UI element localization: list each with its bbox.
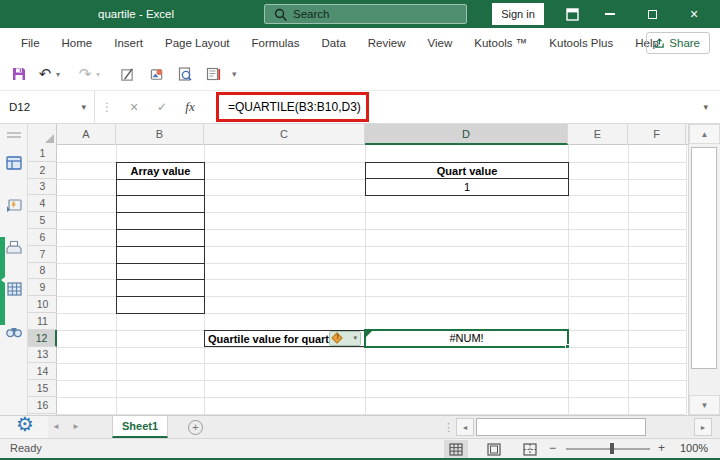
row-header-3[interactable]: 3: [28, 179, 57, 196]
sheet-nav-right-icon[interactable]: ►: [72, 416, 80, 438]
row-header-2[interactable]: 2: [28, 162, 57, 179]
row-header-16[interactable]: 16: [28, 397, 57, 414]
settings-gear-icon[interactable]: ⚙: [16, 413, 34, 436]
error-dropdown-icon[interactable]: ▾: [353, 334, 357, 342]
row-header-15[interactable]: 15: [28, 380, 57, 397]
cell-b8[interactable]: [117, 264, 204, 281]
sign-in-button[interactable]: Sign in: [492, 3, 544, 25]
scroll-up-icon[interactable]: ▲: [689, 124, 720, 144]
row-header-9[interactable]: 9: [28, 279, 57, 296]
select-all-button[interactable]: [28, 124, 57, 145]
workbook-icon[interactable]: [5, 154, 23, 172]
page-layout-view-icon[interactable]: [482, 440, 506, 458]
customize-toolbar-icon[interactable]: ▾: [232, 69, 244, 79]
array-value-table[interactable]: Array value: [116, 162, 205, 314]
scroll-down-icon[interactable]: ▼: [689, 395, 720, 415]
ribbon-display-options-icon[interactable]: [560, 0, 584, 28]
row-header-5[interactable]: 5: [28, 212, 57, 229]
row-header-1[interactable]: 1: [28, 145, 57, 162]
name-box-dropdown-icon[interactable]: ▾: [81, 91, 86, 123]
print-preview-icon[interactable]: [174, 62, 196, 86]
scroll-right-icon[interactable]: ►: [694, 418, 712, 436]
ribbon-tab-view[interactable]: View: [417, 28, 464, 58]
ribbon-tab-data[interactable]: Data: [311, 28, 357, 58]
enter-icon[interactable]: ✓: [150, 91, 174, 123]
cancel-icon[interactable]: ×: [122, 91, 146, 123]
row-header-7[interactable]: 7: [28, 246, 57, 263]
zoom-level-label[interactable]: 100%: [680, 439, 708, 458]
undo-icon[interactable]: ↶: [34, 62, 56, 86]
ribbon-tab-formulas[interactable]: Formulas: [241, 28, 311, 58]
zoom-slider-track[interactable]: [566, 448, 650, 450]
scrollbar-grip-icon[interactable]: ⋮: [443, 416, 454, 438]
column-header-f[interactable]: F: [628, 124, 686, 145]
cell-b6[interactable]: [117, 230, 204, 247]
zoom-in-icon[interactable]: +: [658, 439, 665, 458]
row-header-8[interactable]: 8: [28, 263, 57, 280]
close-button[interactable]: ×: [682, 0, 706, 28]
zoom-slider-thumb[interactable]: [610, 443, 614, 454]
cell-b7[interactable]: [117, 247, 204, 264]
insert-picture-icon[interactable]: [146, 62, 168, 86]
page-break-preview-icon[interactable]: [518, 440, 542, 458]
error-options-button[interactable]: ! ▾: [329, 331, 361, 347]
formula-bar-grip-icon[interactable]: ⋮: [100, 91, 114, 123]
name-box[interactable]: D12 ▾: [0, 91, 95, 123]
quart-value-table[interactable]: Quart value 1: [365, 162, 569, 197]
cell-b2[interactable]: Array value: [117, 163, 204, 180]
formula-bar-expand-icon[interactable]: ▾: [703, 91, 708, 123]
row-header-12[interactable]: 12: [28, 330, 57, 347]
ribbon-tab-kutools-plus[interactable]: Kutools Plus: [538, 28, 624, 58]
ribbon-tab-page-layout[interactable]: Page Layout: [154, 28, 241, 58]
column-header-e[interactable]: E: [568, 124, 628, 145]
save-icon[interactable]: [8, 62, 30, 86]
zoom-out-icon[interactable]: −: [549, 439, 556, 458]
new-sheet-button[interactable]: +: [188, 420, 203, 435]
ribbon-tab-insert[interactable]: Insert: [103, 28, 154, 58]
search-input[interactable]: Search: [264, 4, 467, 24]
cell-b10[interactable]: [117, 297, 204, 314]
draw-table-icon[interactable]: [116, 62, 138, 86]
undo-dropdown-icon[interactable]: ▾: [56, 70, 68, 79]
row-header-13[interactable]: 13: [28, 347, 57, 364]
insert-function-icon[interactable]: fx: [178, 91, 202, 123]
printer-icon[interactable]: [5, 238, 23, 256]
ribbon-tab-review[interactable]: Review: [357, 28, 417, 58]
row-header-11[interactable]: 11: [28, 313, 57, 330]
ribbon-tab-home[interactable]: Home: [51, 28, 104, 58]
cell-b4[interactable]: [117, 196, 204, 213]
cell-d12-selected[interactable]: #NUM!: [364, 329, 569, 348]
share-button[interactable]: Share: [646, 32, 710, 54]
sheet-area[interactable]: ABCDEF 12345678910111213141516 Array val…: [28, 124, 688, 415]
maximize-button[interactable]: [640, 0, 664, 28]
formula-input[interactable]: =QUARTILE(B3:B10,D3): [228, 91, 361, 123]
snapshot-icon[interactable]: [5, 196, 23, 214]
scroll-left-icon[interactable]: ◄: [456, 418, 474, 436]
cell-d2[interactable]: Quart value: [366, 163, 568, 179]
grid-icon[interactable]: [5, 280, 23, 298]
cell-d3[interactable]: 1: [366, 179, 568, 195]
minimize-button[interactable]: [598, 0, 622, 28]
cell-b3[interactable]: [117, 180, 204, 197]
fill-handle[interactable]: [565, 344, 570, 349]
row-header-4[interactable]: 4: [28, 195, 57, 212]
cell-b9[interactable]: [117, 280, 204, 297]
vertical-scrollbar-thumb[interactable]: [691, 147, 717, 369]
column-header-c[interactable]: C: [204, 124, 365, 145]
panel-handle-icon[interactable]: [7, 132, 21, 138]
row-header-10[interactable]: 10: [28, 296, 57, 313]
column-header-a[interactable]: A: [57, 124, 116, 145]
column-header-d[interactable]: D: [365, 124, 568, 145]
ribbon-tab-kutools[interactable]: Kutools ™: [463, 28, 538, 58]
cell-b5[interactable]: [117, 213, 204, 230]
sheet-tab-sheet1[interactable]: Sheet1: [112, 416, 168, 438]
column-header-b[interactable]: B: [116, 124, 204, 145]
proofing-icon[interactable]: [202, 62, 224, 86]
horizontal-scrollbar-thumb[interactable]: [476, 418, 646, 436]
binoculars-icon[interactable]: [5, 322, 23, 340]
normal-view-icon[interactable]: [444, 440, 468, 458]
vertical-scrollbar[interactable]: ▲ ▼: [688, 124, 720, 415]
row-header-6[interactable]: 6: [28, 229, 57, 246]
kutools-pane-toggle[interactable]: [0, 237, 5, 325]
sheet-nav-left-icon[interactable]: ◄: [52, 416, 60, 438]
